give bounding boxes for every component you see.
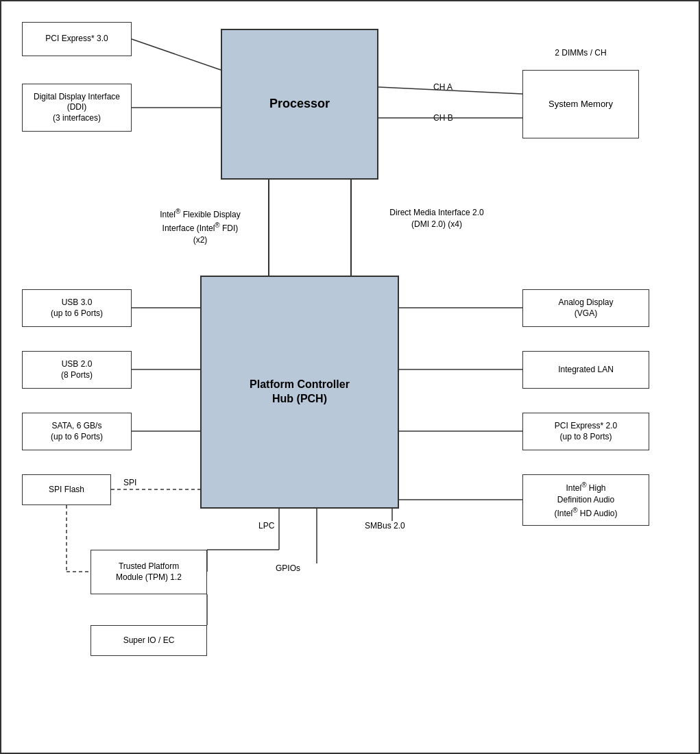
usb20-box: USB 2.0 (8 Ports) — [22, 351, 132, 389]
pch-box: Platform ControllerHub (PCH) — [200, 276, 399, 509]
spi-label: SPI — [123, 478, 136, 487]
sata-box: SATA, 6 GB/s (up to 6 Ports) — [22, 413, 132, 450]
fdi-label: Intel® Flexible DisplayInterface (Intel®… — [138, 207, 262, 245]
ch-a-label: CH A — [433, 82, 452, 92]
svg-line-0 — [132, 39, 221, 70]
processor-box: Processor — [221, 29, 378, 180]
ch-b-label: CH B — [433, 113, 453, 123]
processor-label: Processor — [269, 96, 330, 112]
super-io-box: Super IO / EC — [90, 625, 207, 656]
tpm-box: Trusted Platform Module (TPM) 1.2 — [90, 550, 207, 594]
system-memory-box: System Memory — [522, 70, 639, 138]
diagram-container: Processor System Memory 2 DIMMs / CH CH … — [0, 0, 700, 754]
dmi-label: Direct Media Interface 2.0(DMI 2.0) (x4) — [365, 207, 509, 230]
analog-display-box: Analog Display (VGA) — [522, 289, 649, 327]
pci-express-20-box: PCI Express* 2.0 (up to 8 Ports) — [522, 413, 649, 450]
pch-label: Platform ControllerHub (PCH) — [250, 378, 350, 406]
smbus-label: SMBus 2.0 — [365, 521, 405, 531]
ddi-label: Digital Display Interface (DDI) (3 inter… — [27, 92, 127, 124]
integrated-lan-box: Integrated LAN — [522, 351, 649, 389]
gpios-label: GPIOs — [276, 563, 300, 573]
lpc-label: LPC — [258, 521, 274, 531]
hd-audio-label: Intel® HighDefinition Audio(Intel® HD Au… — [554, 481, 617, 519]
pci-express-30-box: PCI Express* 3.0 — [22, 22, 132, 56]
system-memory-label: System Memory — [548, 99, 613, 110]
hd-audio-box: Intel® HighDefinition Audio(Intel® HD Au… — [522, 474, 649, 526]
dimms-label: 2 DIMMs / CH — [522, 48, 639, 58]
usb30-box: USB 3.0 (up to 6 Ports) — [22, 289, 132, 327]
spi-flash-box: SPI Flash — [22, 474, 111, 505]
ddi-box: Digital Display Interface (DDI) (3 inter… — [22, 84, 132, 132]
